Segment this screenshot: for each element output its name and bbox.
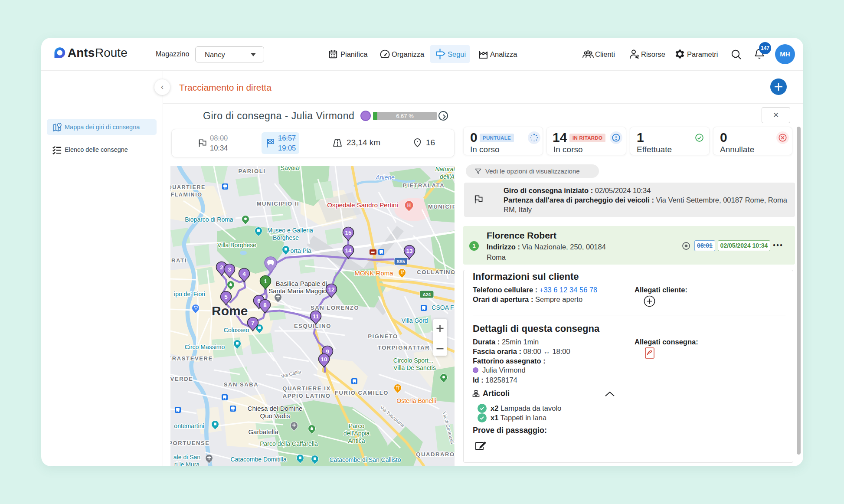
svg-text:Parco: Parco: [349, 422, 365, 429]
svg-text:Bioparco di Roma: Bioparco di Roma: [185, 216, 233, 223]
svg-text:MUNICIP: MUNICIP: [428, 203, 455, 210]
svg-text:Villa Borghese: Villa Borghese: [217, 242, 256, 249]
svg-text:VERDE: VERDE: [170, 376, 193, 382]
svg-text:SAN LORENZO: SAN LORENZO: [311, 304, 359, 311]
svg-text:dell'A: dell'A: [440, 173, 455, 180]
svg-text:15: 15: [345, 229, 352, 236]
svg-text:7: 7: [251, 320, 255, 326]
svg-text:PIETRALATA: PIETRALATA: [403, 182, 445, 189]
svg-text:5: 5: [224, 294, 228, 300]
svg-text:2: 2: [220, 264, 223, 271]
svg-text:ale di San: ale di San: [173, 454, 200, 461]
svg-text:Ants: Ants: [68, 47, 95, 59]
svg-text:Savoia: Savoia: [281, 166, 299, 171]
svg-text:Route: Route: [95, 47, 128, 59]
svg-text:MUNICIPIO II: MUNICIPIO II: [257, 200, 300, 207]
svg-text:12: 12: [328, 286, 334, 293]
svg-text:Villa De Sanctis: Villa De Sanctis: [393, 364, 436, 371]
svg-text:9: 9: [326, 348, 329, 355]
svg-text:Osteria Bonelli: Osteria Bonelli: [396, 397, 436, 404]
svg-text:Catacombe Domitilla: Catacombe Domitilla: [230, 456, 286, 463]
svg-text:MONK Roma: MONK Roma: [354, 269, 393, 277]
svg-text:13: 13: [406, 248, 413, 254]
svg-text:PARIOLI: PARIOLI: [239, 168, 266, 174]
svg-text:RATI: RATI: [171, 257, 187, 264]
svg-text:H: H: [407, 203, 411, 208]
svg-text:8: 8: [263, 302, 267, 308]
svg-text:ipo de' Fiori: ipo de' Fiori: [174, 291, 205, 298]
svg-text:Museo e Galleria: Museo e Galleria: [267, 227, 313, 234]
svg-text:Aniene: Aniene: [375, 174, 395, 181]
svg-text:Basilica Papale di: Basilica Papale di: [276, 280, 327, 287]
svg-text:Chiesa del Domine: Chiesa del Domine: [248, 405, 303, 412]
svg-text:ontemartini: ontemartini: [174, 422, 204, 429]
svg-text:Catacombe di San Callisto: Catacombe di San Callisto: [330, 456, 401, 463]
svg-text:Colosseo: Colosseo: [224, 327, 249, 334]
svg-text:SS5: SS5: [397, 259, 405, 264]
svg-text:ESQUILINO: ESQUILINO: [294, 323, 331, 329]
svg-text:COLLATINO: COLLATINO: [417, 269, 455, 275]
svg-text:QUADRARO: QUADRARO: [416, 451, 455, 458]
svg-text:Rome: Rome: [212, 304, 248, 318]
svg-text:CSOA F: CSOA F: [432, 304, 454, 311]
svg-text:Villa Gord: Villa Gord: [401, 317, 428, 324]
svg-text:Ospedale Sandro Pertini: Ospedale Sandro Pertini: [327, 201, 398, 209]
svg-text:Circo Massimo: Circo Massimo: [185, 344, 225, 350]
svg-text:3: 3: [228, 266, 231, 273]
svg-text:QUARTIERE: QUARTIERE: [170, 184, 206, 190]
svg-text:SAN SABA: SAN SABA: [224, 381, 259, 388]
svg-text:ri le Mura: ri le Mura: [174, 461, 200, 466]
svg-text:10: 10: [321, 356, 327, 363]
svg-text:PIGNETO: PIGNETO: [368, 333, 398, 340]
svg-text:A24: A24: [423, 292, 431, 297]
svg-text:Garbatella: Garbatella: [248, 428, 278, 435]
svg-text:11: 11: [313, 313, 319, 320]
svg-text:FLAMINIO: FLAMINIO: [170, 192, 202, 198]
svg-text:Borghese: Borghese: [273, 234, 299, 241]
svg-text:Natural: Natural: [435, 166, 455, 173]
svg-text:Circolo Sport...: Circolo Sport...: [393, 357, 434, 364]
svg-text:Antica: Antica: [348, 437, 365, 444]
svg-text:dell'Appia: dell'Appia: [343, 430, 370, 437]
svg-text:QUARTIERE IX: QUARTIERE IX: [282, 385, 331, 392]
svg-text:PORTUENSE: PORTUENSE: [170, 440, 210, 446]
svg-text:Quo Vadis: Quo Vadis: [260, 412, 290, 419]
svg-text:1: 1: [264, 278, 267, 285]
svg-text:4: 4: [242, 271, 246, 277]
svg-text:Porta Pia: Porta Pia: [286, 247, 311, 254]
svg-text:Parco della Caffarella: Parco della Caffarella: [260, 440, 318, 447]
svg-text:14: 14: [345, 247, 352, 254]
svg-text:TORPIGNATTAR: TORPIGNATTAR: [378, 344, 430, 351]
svg-text:FURIO CAMILLO: FURIO CAMILLO: [335, 389, 389, 396]
svg-text:TRASTEVERE: TRASTEVERE: [170, 355, 213, 362]
svg-text:APPIO LATINO: APPIO LATINO: [283, 393, 331, 399]
